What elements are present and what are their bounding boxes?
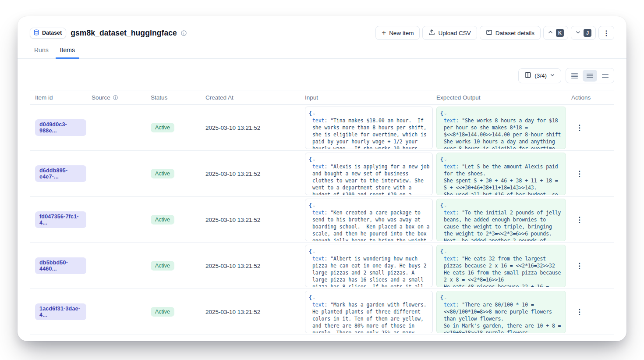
dataset-details-label: Dataset details	[495, 30, 534, 36]
json-open-brace: {	[309, 110, 312, 117]
expected-output-text: "He eats 32 from the largest pizzas beca…	[444, 256, 561, 287]
page-title: gsm8k_dataset_huggingface	[71, 29, 177, 38]
expected-output-text: "There are 80/100 * 10 = <<80/100*10=8>>…	[444, 302, 561, 333]
previous-item-button[interactable]: K	[543, 26, 568, 40]
row-height-medium-button[interactable]	[583, 70, 597, 82]
row-height-toggle	[566, 68, 614, 83]
json-open-brace: {	[309, 157, 312, 163]
table-toolbar: (3/4)	[18, 59, 626, 90]
created-at-value: 2025-03-10 13:21:52	[205, 263, 260, 269]
new-item-label: New item	[389, 30, 414, 36]
expected-output-json-cell[interactable]: {⌄ text: "To the initial 2 pounds of jel…	[436, 199, 566, 241]
table-row[interactable]: d049d0c3-988e... Active 2025-03-10 13:21…	[30, 105, 614, 151]
status-badge: Active	[151, 307, 174, 317]
input-text: "Ken created a care package to send to h…	[312, 210, 429, 241]
row-actions-button[interactable]: ⋮	[572, 260, 587, 272]
columns-count: (3/4)	[534, 72, 547, 79]
info-icon[interactable]	[113, 95, 118, 100]
expected-output-json-cell[interactable]: {⌄ text: "She works 8 hours a day for $1…	[436, 107, 566, 149]
row-height-small-button[interactable]	[567, 70, 582, 82]
table-row[interactable]: d6ddb895-e4e7-... Active 2025-03-10 13:2…	[30, 151, 614, 197]
input-json-cell[interactable]: {⌄ text: "Alexis is applying for a new j…	[305, 153, 433, 195]
tab-items[interactable]: Items	[56, 43, 79, 59]
table-row[interactable]: 1acd6f31-3dae-4... Active 2025-03-10 13:…	[30, 289, 614, 335]
column-header-input[interactable]: Input	[300, 94, 431, 101]
json-open-brace: {	[440, 157, 443, 163]
chevron-down-icon[interactable]: ⌄	[444, 157, 447, 161]
kebab-icon: ⋮	[576, 262, 583, 270]
new-item-button[interactable]: + New item	[375, 26, 420, 40]
column-header-source[interactable]: Source	[86, 94, 145, 101]
kebab-icon: ⋮	[576, 124, 583, 132]
chevron-up-icon	[548, 29, 553, 36]
item-id-badge[interactable]: d049d0c3-988e...	[35, 119, 86, 136]
input-json-cell[interactable]: {⌄ text: "Ken created a care package to …	[305, 199, 433, 241]
kebab-icon: ⋮	[576, 216, 583, 224]
json-open-brace: {	[440, 203, 443, 209]
expected-output-json-cell[interactable]: {⌄ text: "There are 80/100 * 10 = <<80/1…	[436, 291, 566, 333]
next-item-button[interactable]: J	[571, 26, 596, 40]
json-open-brace: {	[440, 110, 443, 117]
chevron-down-icon	[550, 72, 555, 79]
table-row[interactable]: fd047356-7fc1-4... Active 2025-03-10 13:…	[30, 197, 614, 243]
column-header-status[interactable]: Status	[145, 94, 200, 101]
upload-csv-button[interactable]: Upload CSV	[422, 26, 477, 40]
json-open-brace: {	[440, 249, 443, 255]
input-text: "Alexis is applying for a new job and bo…	[312, 164, 429, 195]
dataset-details-button[interactable]: Dataset details	[480, 26, 541, 40]
expected-output-json-cell[interactable]: {⌄ text: "He eats 32 from the largest pi…	[436, 245, 566, 287]
column-header-actions: Actions	[566, 94, 614, 101]
row-height-large-button[interactable]	[598, 70, 612, 82]
input-json-cell[interactable]: {⌄ text: "Tina makes $18.00 an hour. If …	[305, 107, 433, 149]
table-row[interactable]: db5bbd50-4460... Active 2025-03-10 13:21…	[30, 243, 614, 289]
plus-icon: +	[382, 29, 386, 36]
input-json-cell[interactable]: {⌄ text: "Albert is wondering how much p…	[305, 245, 433, 287]
column-header-expected-output[interactable]: Expected Output	[431, 94, 566, 101]
chevron-down-icon[interactable]: ⌄	[313, 249, 315, 253]
expected-output-json-cell[interactable]: {⌄ text: "Let S be the amount Alexis pai…	[436, 153, 566, 195]
status-badge: Active	[151, 169, 174, 178]
kebab-icon: ⋮	[603, 29, 610, 37]
row-actions-button[interactable]: ⋮	[572, 168, 587, 180]
chevron-down-icon[interactable]: ⌄	[313, 110, 315, 115]
column-header-created-at[interactable]: Created At	[200, 94, 300, 101]
created-at-value: 2025-03-10 13:21:52	[205, 171, 260, 177]
dataset-details-icon	[486, 29, 492, 37]
item-id-badge[interactable]: fd047356-7fc1-4...	[35, 211, 86, 228]
input-json-cell[interactable]: {⌄ text: "Mark has a garden with flowers…	[305, 291, 433, 333]
info-icon[interactable]	[180, 30, 187, 36]
created-at-value: 2025-03-10 13:21:52	[205, 217, 260, 223]
chevron-down-icon[interactable]: ⌄	[444, 249, 447, 253]
shortcut-key-badge: J	[584, 29, 591, 37]
chevron-down-icon[interactable]: ⌄	[313, 203, 315, 207]
columns-selector-button[interactable]: (3/4)	[518, 68, 561, 83]
json-open-brace: {	[440, 295, 443, 301]
header: Dataset gsm8k_dataset_huggingface + New …	[18, 16, 626, 43]
chevron-down-icon[interactable]: ⌄	[444, 295, 447, 299]
upload-icon	[428, 29, 435, 37]
tabs: Runs Items	[18, 43, 626, 59]
items-table: Item id Source Status Created At Input E…	[30, 90, 614, 335]
kebab-icon: ⋮	[576, 308, 583, 316]
app-window: Dataset gsm8k_dataset_huggingface + New …	[18, 16, 626, 341]
more-actions-button[interactable]: ⋮	[598, 26, 614, 40]
row-actions-button[interactable]: ⋮	[572, 121, 587, 134]
expected-output-text: "To the initial 2 pounds of jelly beans,…	[444, 210, 561, 241]
item-id-badge[interactable]: db5bbd50-4460...	[35, 257, 86, 274]
json-open-brace: {	[309, 203, 312, 209]
created-at-value: 2025-03-10 13:21:52	[205, 125, 260, 131]
item-id-badge[interactable]: d6ddb895-e4e7-...	[35, 165, 86, 182]
tab-runs[interactable]: Runs	[30, 43, 53, 59]
chevron-down-icon[interactable]: ⌄	[313, 157, 315, 161]
chevron-down-icon[interactable]: ⌄	[444, 203, 447, 207]
column-header-item-id[interactable]: Item id	[30, 94, 86, 101]
database-icon	[33, 29, 39, 37]
chevron-down-icon[interactable]: ⌄	[444, 110, 447, 115]
json-open-brace: {	[309, 249, 312, 255]
item-id-badge[interactable]: 1acd6f31-3dae-4...	[35, 303, 86, 320]
dataset-badge-label: Dataset	[42, 30, 62, 36]
row-actions-button[interactable]: ⋮	[572, 214, 587, 226]
row-actions-button[interactable]: ⋮	[572, 306, 587, 318]
columns-icon	[524, 71, 531, 80]
chevron-down-icon[interactable]: ⌄	[313, 295, 315, 299]
